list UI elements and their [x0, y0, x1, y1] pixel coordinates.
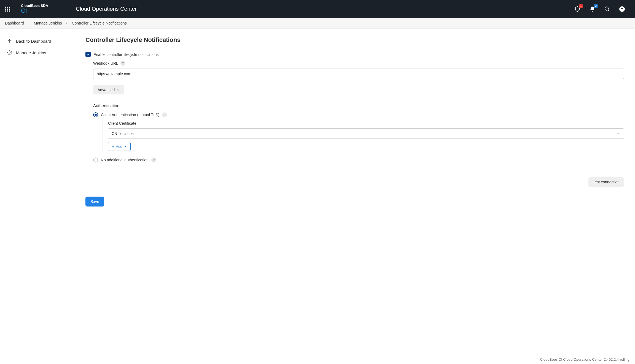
save-button[interactable]: Save: [85, 197, 104, 207]
brand-bottom: CI: [21, 7, 48, 14]
chevron-right-icon: [66, 22, 68, 24]
svg-line-1: [608, 10, 610, 11]
main-content: Controller Lifecycle Notifications Enabl…: [83, 29, 635, 356]
footer-version: CloudBees CI Cloud Operations Center 2.4…: [0, 356, 635, 364]
help-icon[interactable]: ?: [619, 6, 625, 12]
breadcrumb-manage-jenkins[interactable]: Manage Jenkins: [34, 21, 62, 25]
authentication-section-label: Authentication: [93, 103, 624, 108]
gear-icon: [7, 50, 12, 55]
shield-icon[interactable]: 1: [574, 6, 580, 12]
enable-checkbox[interactable]: [85, 52, 91, 57]
chevron-down-icon: [117, 88, 120, 91]
header-icons: 1 2 ?: [574, 6, 631, 12]
svg-marker-6: [124, 146, 126, 147]
svg-point-5: [9, 52, 10, 53]
advanced-label: Advanced: [98, 88, 115, 92]
webhook-url-input[interactable]: [93, 69, 624, 79]
webhook-url-label: Webhook URL: [93, 61, 118, 66]
bell-badge: 2: [594, 4, 598, 8]
add-label: Add: [116, 145, 122, 149]
header: CloudBees SDA CI Cloud Operations Center…: [0, 0, 635, 18]
add-button[interactable]: + Add: [108, 142, 131, 151]
sidebar-manage-jenkins[interactable]: Manage Jenkins: [5, 48, 78, 57]
brand[interactable]: CloudBees SDA CI: [21, 4, 48, 14]
breadcrumb-dashboard[interactable]: Dashboard: [5, 21, 24, 25]
apps-icon[interactable]: [4, 6, 11, 12]
client-cert-label: Client Certificate: [108, 121, 136, 126]
sidebar: Back to Dashboard Manage Jenkins: [0, 29, 83, 356]
header-title: Cloud Operations Center: [76, 6, 137, 12]
sidebar-back-to-dashboard[interactable]: Back to Dashboard: [5, 37, 78, 45]
no-auth-help-icon[interactable]: ?: [151, 157, 156, 162]
shield-badge: 1: [579, 4, 583, 8]
radio-no-auth[interactable]: No additional authentication ?: [93, 157, 624, 162]
enable-label: Enable controller lifecycle notification…: [93, 52, 159, 57]
plus-icon: +: [112, 145, 114, 149]
svg-point-0: [605, 7, 609, 10]
sidebar-item-label: Manage Jenkins: [16, 50, 46, 55]
search-icon[interactable]: [604, 6, 610, 12]
breadcrumb-current[interactable]: Controller Lifecycle Notifications: [72, 21, 127, 25]
advanced-button[interactable]: Advanced: [93, 85, 124, 94]
select-value: CN=localhost: [112, 131, 135, 136]
arrow-up-icon: [7, 39, 12, 44]
page-title: Controller Lifecycle Notifications: [85, 36, 624, 44]
sidebar-item-label: Back to Dashboard: [16, 39, 51, 44]
chevron-right-icon: [28, 22, 30, 24]
test-connection-button[interactable]: Test connection: [588, 177, 624, 187]
radio-label: Client Authentication (mutual TLS): [101, 113, 159, 117]
client-cert-select[interactable]: CN=localhost: [108, 128, 624, 139]
breadcrumb: Dashboard Manage Jenkins Controller Life…: [0, 18, 635, 29]
radio-label: No additional authentication: [101, 158, 149, 162]
caret-down-icon: [124, 145, 127, 148]
webhook-help-icon[interactable]: ?: [120, 61, 125, 66]
mutual-tls-help-icon[interactable]: ?: [162, 112, 167, 117]
bell-icon[interactable]: 2: [589, 6, 595, 12]
svg-text:?: ?: [621, 7, 623, 11]
radio-mutual-tls[interactable]: Client Authentication (mutual TLS) ?: [93, 112, 624, 117]
